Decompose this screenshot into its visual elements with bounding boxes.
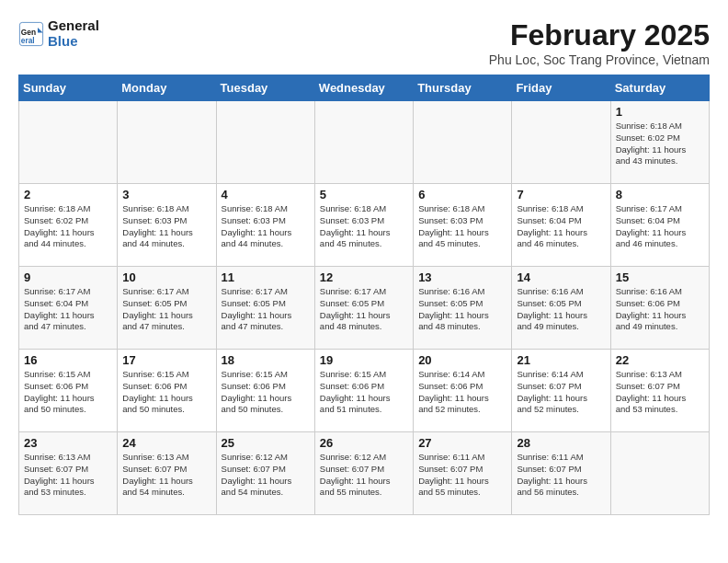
day-number: 16: [24, 353, 112, 367]
logo-icon: Gen eral: [18, 21, 44, 47]
day-info: Sunrise: 6:13 AM Sunset: 6:07 PM Dayligh…: [616, 369, 704, 416]
day-info: Sunrise: 6:13 AM Sunset: 6:07 PM Dayligh…: [24, 452, 112, 499]
calendar-day-cell: 1Sunrise: 6:18 AM Sunset: 6:02 PM Daylig…: [610, 101, 709, 184]
day-info: Sunrise: 6:18 AM Sunset: 6:03 PM Dayligh…: [418, 203, 506, 250]
calendar-day-cell: 24Sunrise: 6:13 AM Sunset: 6:07 PM Dayli…: [118, 432, 216, 515]
day-info: Sunrise: 6:18 AM Sunset: 6:03 PM Dayligh…: [222, 203, 310, 250]
svg-text:eral: eral: [21, 35, 35, 44]
day-info: Sunrise: 6:12 AM Sunset: 6:07 PM Dayligh…: [222, 452, 310, 499]
day-info: Sunrise: 6:13 AM Sunset: 6:07 PM Dayligh…: [122, 452, 210, 499]
calendar-week-row: 2Sunrise: 6:18 AM Sunset: 6:02 PM Daylig…: [19, 184, 710, 267]
day-number: 22: [616, 353, 704, 367]
day-info: Sunrise: 6:15 AM Sunset: 6:06 PM Dayligh…: [122, 369, 210, 416]
weekday-header: Saturday: [610, 75, 709, 101]
day-number: 17: [122, 353, 210, 367]
weekday-header: Tuesday: [216, 75, 314, 101]
day-number: 28: [517, 436, 605, 450]
page-header: Gen eral General Blue February 2025 Phu …: [18, 18, 710, 67]
day-number: 1: [616, 105, 704, 119]
day-info: Sunrise: 6:18 AM Sunset: 6:03 PM Dayligh…: [122, 203, 210, 250]
day-info: Sunrise: 6:12 AM Sunset: 6:07 PM Dayligh…: [320, 452, 408, 499]
calendar-day-cell: 27Sunrise: 6:11 AM Sunset: 6:07 PM Dayli…: [414, 432, 512, 515]
calendar-day-cell: 16Sunrise: 6:15 AM Sunset: 6:06 PM Dayli…: [19, 350, 118, 432]
calendar-week-row: 16Sunrise: 6:15 AM Sunset: 6:06 PM Dayli…: [19, 350, 710, 432]
day-info: Sunrise: 6:11 AM Sunset: 6:07 PM Dayligh…: [418, 452, 506, 499]
day-info: Sunrise: 6:11 AM Sunset: 6:07 PM Dayligh…: [517, 452, 605, 499]
calendar-day-cell: 2Sunrise: 6:18 AM Sunset: 6:02 PM Daylig…: [19, 184, 118, 267]
day-info: Sunrise: 6:17 AM Sunset: 6:04 PM Dayligh…: [616, 203, 704, 250]
day-number: 26: [320, 436, 408, 450]
calendar-day-cell: 19Sunrise: 6:15 AM Sunset: 6:06 PM Dayli…: [314, 350, 413, 432]
day-number: 13: [418, 270, 506, 284]
day-info: Sunrise: 6:17 AM Sunset: 6:04 PM Dayligh…: [24, 286, 112, 333]
calendar-day-cell: 23Sunrise: 6:13 AM Sunset: 6:07 PM Dayli…: [19, 432, 118, 515]
logo-line2: Blue: [48, 34, 99, 50]
calendar-day-cell: 11Sunrise: 6:17 AM Sunset: 6:05 PM Dayli…: [216, 267, 314, 350]
calendar-day-cell: 18Sunrise: 6:15 AM Sunset: 6:06 PM Dayli…: [216, 350, 314, 432]
day-info: Sunrise: 6:16 AM Sunset: 6:05 PM Dayligh…: [517, 286, 605, 333]
day-info: Sunrise: 6:16 AM Sunset: 6:06 PM Dayligh…: [616, 286, 704, 333]
day-number: 5: [320, 188, 408, 201]
calendar-day-cell: 9Sunrise: 6:17 AM Sunset: 6:04 PM Daylig…: [19, 267, 118, 350]
day-number: 23: [24, 436, 112, 450]
day-number: 25: [222, 436, 310, 450]
title-block: February 2025 Phu Loc, Soc Trang Provinc…: [489, 18, 710, 67]
day-number: 20: [418, 353, 506, 367]
day-number: 11: [222, 270, 310, 284]
calendar-day-cell: 28Sunrise: 6:11 AM Sunset: 6:07 PM Dayli…: [512, 432, 610, 515]
day-number: 15: [616, 270, 704, 284]
day-number: 18: [222, 353, 310, 367]
day-info: Sunrise: 6:17 AM Sunset: 6:05 PM Dayligh…: [320, 286, 408, 333]
calendar-day-cell: 7Sunrise: 6:18 AM Sunset: 6:04 PM Daylig…: [512, 184, 610, 267]
calendar-day-cell: 22Sunrise: 6:13 AM Sunset: 6:07 PM Dayli…: [610, 350, 709, 432]
month-title: February 2025: [489, 18, 710, 52]
location: Phu Loc, Soc Trang Province, Vietnam: [489, 52, 710, 67]
logo: Gen eral General Blue: [18, 18, 99, 49]
calendar-day-cell: [19, 101, 118, 184]
calendar-day-cell: [414, 101, 512, 184]
day-number: 12: [320, 270, 408, 284]
calendar-day-cell: [610, 432, 709, 515]
day-number: 9: [24, 270, 112, 284]
weekday-header: Friday: [512, 75, 610, 101]
day-number: 27: [418, 436, 506, 450]
logo-line1: General: [48, 18, 99, 34]
calendar-day-cell: 6Sunrise: 6:18 AM Sunset: 6:03 PM Daylig…: [414, 184, 512, 267]
weekday-header: Sunday: [19, 75, 118, 101]
day-info: Sunrise: 6:18 AM Sunset: 6:04 PM Dayligh…: [517, 203, 605, 250]
day-number: 14: [517, 270, 605, 284]
calendar-day-cell: [314, 101, 413, 184]
day-info: Sunrise: 6:18 AM Sunset: 6:03 PM Dayligh…: [320, 203, 408, 250]
calendar-day-cell: 12Sunrise: 6:17 AM Sunset: 6:05 PM Dayli…: [314, 267, 413, 350]
weekday-header: Wednesday: [314, 75, 413, 101]
day-info: Sunrise: 6:18 AM Sunset: 6:02 PM Dayligh…: [616, 121, 704, 167]
day-number: 19: [320, 353, 408, 367]
day-info: Sunrise: 6:14 AM Sunset: 6:07 PM Dayligh…: [517, 369, 605, 416]
day-number: 21: [517, 353, 605, 367]
weekday-header: Thursday: [414, 75, 512, 101]
calendar-day-cell: 26Sunrise: 6:12 AM Sunset: 6:07 PM Dayli…: [314, 432, 413, 515]
calendar-day-cell: [216, 101, 314, 184]
calendar: SundayMondayTuesdayWednesdayThursdayFrid…: [18, 75, 710, 515]
day-info: Sunrise: 6:15 AM Sunset: 6:06 PM Dayligh…: [320, 369, 408, 416]
calendar-day-cell: 4Sunrise: 6:18 AM Sunset: 6:03 PM Daylig…: [216, 184, 314, 267]
calendar-day-cell: 17Sunrise: 6:15 AM Sunset: 6:06 PM Dayli…: [118, 350, 216, 432]
weekday-header: Monday: [118, 75, 216, 101]
calendar-day-cell: 15Sunrise: 6:16 AM Sunset: 6:06 PM Dayli…: [610, 267, 709, 350]
calendar-day-cell: 5Sunrise: 6:18 AM Sunset: 6:03 PM Daylig…: [314, 184, 413, 267]
calendar-week-row: 1Sunrise: 6:18 AM Sunset: 6:02 PM Daylig…: [19, 101, 710, 184]
day-number: 6: [418, 188, 506, 201]
calendar-day-cell: [512, 101, 610, 184]
calendar-day-cell: 13Sunrise: 6:16 AM Sunset: 6:05 PM Dayli…: [414, 267, 512, 350]
calendar-week-row: 9Sunrise: 6:17 AM Sunset: 6:04 PM Daylig…: [19, 267, 710, 350]
calendar-day-cell: 21Sunrise: 6:14 AM Sunset: 6:07 PM Dayli…: [512, 350, 610, 432]
day-info: Sunrise: 6:17 AM Sunset: 6:05 PM Dayligh…: [122, 286, 210, 333]
day-info: Sunrise: 6:16 AM Sunset: 6:05 PM Dayligh…: [418, 286, 506, 333]
calendar-day-cell: 8Sunrise: 6:17 AM Sunset: 6:04 PM Daylig…: [610, 184, 709, 267]
day-info: Sunrise: 6:15 AM Sunset: 6:06 PM Dayligh…: [222, 369, 310, 416]
calendar-day-cell: 25Sunrise: 6:12 AM Sunset: 6:07 PM Dayli…: [216, 432, 314, 515]
day-number: 24: [122, 436, 210, 450]
day-number: 4: [222, 188, 310, 201]
calendar-day-cell: 14Sunrise: 6:16 AM Sunset: 6:05 PM Dayli…: [512, 267, 610, 350]
day-info: Sunrise: 6:17 AM Sunset: 6:05 PM Dayligh…: [222, 286, 310, 333]
